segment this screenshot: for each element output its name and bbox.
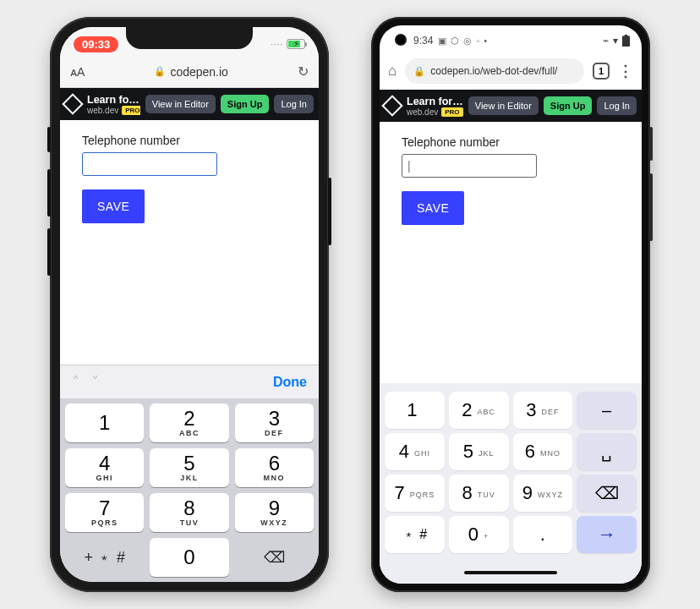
lock-icon: 🔒 — [413, 66, 425, 77]
tab-switcher-button[interactable]: 1 — [593, 63, 610, 80]
key-1[interactable]: 1 — [385, 392, 445, 429]
pen-author: web.dev — [87, 106, 118, 115]
ios-clock: 09:33 — [74, 36, 118, 52]
key-0[interactable]: 0 — [150, 538, 228, 577]
safari-url[interactable]: 🔒 codepen.io — [93, 65, 289, 79]
pen-author: web.dev — [407, 107, 438, 117]
key-6[interactable]: 6MNO — [513, 433, 573, 470]
chrome-omnibox[interactable]: 🔒 codepen.io/web-dot-dev/full/ — [405, 58, 584, 84]
key-9[interactable]: 9WXYZ — [513, 475, 573, 512]
gesture-pill-icon — [464, 571, 557, 574]
login-button[interactable]: Log In — [274, 95, 314, 113]
prev-field-button[interactable]: ˄ — [72, 373, 79, 392]
android-keypad: 1 2ABC 3DEF – 4GHI 5JKL 6MNO ␣ 7PQRS 8TU… — [380, 383, 642, 562]
key-space[interactable]: ␣ — [577, 433, 637, 470]
tel-label: Telephone number — [402, 135, 620, 149]
wifi-icon: ▾ — [613, 35, 618, 47]
pro-badge: PRO — [122, 106, 140, 115]
chrome-url: codepen.io/web-dot-dev/full/ — [430, 65, 557, 77]
pro-badge: PRO — [441, 107, 462, 117]
iphone-device: 09:33 ···· ⚡︎ ᴀA 🔒 codepen.io ↻ Learn fo… — [50, 17, 329, 592]
keyboard-accessory-bar: ˄ ˅ Done — [60, 365, 319, 398]
key-2[interactable]: 2ABC — [150, 403, 228, 442]
android-clock: 9:34 — [413, 35, 433, 47]
home-button[interactable]: ⌂ — [388, 63, 396, 80]
signup-button[interactable]: Sign Up — [221, 95, 270, 113]
key-7[interactable]: 7PQRS — [65, 493, 144, 532]
tel-label: Telephone number — [82, 134, 297, 147]
key-backspace[interactable]: ⌫ — [235, 538, 314, 577]
key-9[interactable]: 9WXYZ — [235, 493, 314, 532]
ios-battery: ···· ⚡︎ — [271, 39, 305, 49]
backspace-icon: ⌫ — [595, 483, 619, 503]
key-dot[interactable]: . — [513, 516, 573, 553]
key-backspace[interactable]: ⌫ — [577, 475, 637, 512]
key-7[interactable]: 7PQRS — [385, 475, 445, 512]
page-content: Telephone number SAVE — [60, 120, 319, 365]
safari-toolbar: ᴀA 🔒 codepen.io ↻ — [60, 56, 319, 88]
status-notif-icons: ▣⬡◎◦• — [438, 36, 487, 47]
status-system-icons: ⌁ ▾ — [603, 35, 630, 47]
key-3[interactable]: 3DEF — [513, 392, 573, 429]
page-content: Telephone number SAVE — [380, 122, 642, 383]
view-in-editor-button[interactable]: View in Editor — [468, 96, 539, 115]
reader-button[interactable]: ᴀA — [70, 65, 85, 79]
key-8[interactable]: 8TUV — [150, 493, 228, 532]
key-0[interactable]: 0+ — [449, 516, 509, 553]
android-device: 9:34 ▣⬡◎◦• ⌁ ▾ ⌂ 🔒 codepen.io/web-dot-de… — [371, 17, 650, 592]
key-5[interactable]: 5JKL — [449, 433, 509, 470]
keyboard-done-button[interactable]: Done — [273, 375, 307, 390]
key-dash[interactable]: – — [577, 392, 637, 429]
arrow-right-icon: → — [598, 524, 616, 546]
key-3[interactable]: 3DEF — [235, 403, 314, 442]
signup-button[interactable]: Sign Up — [544, 96, 593, 115]
key-symbols[interactable]: + ﹡ # — [65, 538, 144, 577]
key-6[interactable]: 6MNO — [235, 448, 314, 487]
chrome-menu-button[interactable]: ⋮ — [618, 62, 633, 80]
tel-input[interactable] — [402, 154, 537, 178]
key-enter[interactable]: → — [577, 516, 637, 553]
codepen-header: Learn forms – virt… web.dev PRO View in … — [60, 88, 319, 120]
iphone-notch — [126, 27, 253, 49]
vpn-icon: ⌁ — [603, 35, 609, 47]
key-1[interactable]: 1 — [65, 403, 144, 442]
codepen-logo-icon — [62, 93, 83, 114]
battery-icon — [622, 35, 630, 47]
lock-icon: 🔒 — [154, 66, 166, 77]
ios-keypad: 1 2ABC 3DEF 4GHI 5JKL 6MNO 7PQRS 8TUV 9W… — [60, 398, 319, 582]
save-button[interactable]: SAVE — [82, 189, 145, 223]
codepen-logo-icon — [381, 95, 402, 116]
key-8[interactable]: 8TUV — [449, 475, 509, 512]
pen-title: Learn forms – virt… — [407, 96, 463, 107]
android-status-bar: 9:34 ▣⬡◎◦• ⌁ ▾ — [380, 25, 642, 52]
key-4[interactable]: 4GHI — [385, 433, 445, 470]
android-camera-cutout — [395, 34, 407, 46]
pen-title: Learn forms – virt… — [87, 94, 140, 106]
tel-input[interactable] — [82, 152, 217, 176]
key-star-hash[interactable]: ﹡ # — [385, 516, 445, 553]
codepen-header: Learn forms – virt… web.dev PRO View in … — [380, 90, 642, 122]
key-4[interactable]: 4GHI — [65, 448, 144, 487]
key-5[interactable]: 5JKL — [150, 448, 228, 487]
login-button[interactable]: Log In — [597, 96, 637, 115]
backspace-icon: ⌫ — [264, 548, 285, 567]
view-in-editor-button[interactable]: View in Editor — [145, 95, 216, 113]
key-2[interactable]: 2ABC — [449, 392, 509, 429]
android-nav-bar[interactable] — [380, 562, 642, 584]
next-field-button[interactable]: ˅ — [91, 373, 99, 392]
chrome-toolbar: ⌂ 🔒 codepen.io/web-dot-dev/full/ 1 ⋮ — [380, 52, 642, 90]
reload-button[interactable]: ↻ — [298, 63, 309, 80]
save-button[interactable]: SAVE — [402, 191, 464, 225]
